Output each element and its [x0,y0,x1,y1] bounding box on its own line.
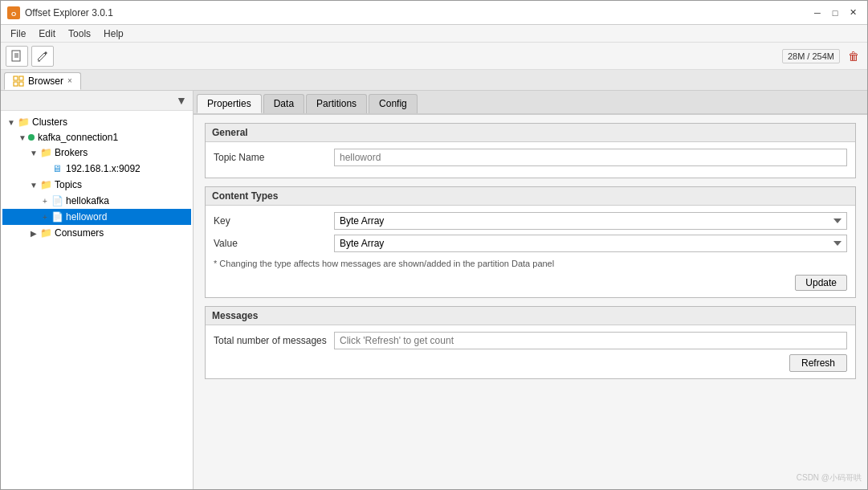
content-types-body: Key Byte Array String JSON Avro Value By… [206,206,855,297]
svg-text:O: O [11,10,16,18]
menu-help[interactable]: Help [97,27,130,41]
toolbar-left [6,46,54,67]
menu-bar: File Edit Tools Help [1,25,867,43]
tree-item-helloword[interactable]: + 📄 helloword [2,209,191,225]
consumers-expander[interactable]: ▶ [28,229,39,238]
brokers-folder-icon: 📁 [39,146,52,159]
messages-section-body: Total number of messages Refresh [206,325,855,378]
browser-tab[interactable]: Browser × [4,72,81,90]
minimize-button[interactable]: ─ [809,5,825,21]
topic-name-input[interactable] [334,149,847,166]
svg-rect-8 [19,76,23,80]
tab-data[interactable]: Data [263,94,304,113]
svg-rect-9 [14,82,18,86]
maximize-button[interactable]: □ [827,5,843,21]
broker-address-label: 192.168.1.x:9092 [66,163,141,174]
general-section-title: General [206,124,855,142]
tree-item-clusters[interactable]: ▼ 📁 Clusters [2,114,191,130]
edit-button[interactable] [31,46,54,67]
helloword-label: helloword [66,211,107,223]
topics-folder-icon: 📁 [39,178,52,191]
app-title: Offset Explorer 3.0.1 [25,7,113,18]
consumers-folder-icon: 📁 [39,227,52,239]
menu-edit[interactable]: Edit [32,27,62,41]
refresh-button[interactable]: Refresh [789,354,847,372]
trash-icon[interactable]: 🗑 [845,47,862,65]
memory-badge: 28M / 254M [782,49,840,63]
app-icon: O [7,6,20,19]
total-messages-label: Total number of messages [214,335,334,346]
tree-item-consumers[interactable]: ▶ 📁 Consumers [2,225,191,241]
topics-expander[interactable]: ▼ [28,181,39,190]
svg-rect-7 [14,76,18,80]
content-types-title: Content Types [206,187,855,206]
value-select[interactable]: Byte Array String JSON Avro [334,235,847,252]
brokers-label: Brokers [55,147,88,158]
tab-partitions[interactable]: Partitions [306,94,367,113]
topic-name-label: Topic Name [214,152,334,163]
tree: ▼ 📁 Clusters ▼ kafka_connection1 ▼ 📁 Bro… [1,111,193,244]
menu-file[interactable]: File [4,27,32,41]
hellokafka-topic-icon: 📄 [51,194,63,207]
toolbar-right: 28M / 254M 🗑 [782,47,862,65]
helloword-expander[interactable]: + [39,213,51,222]
properties-panel: General Topic Name Content Types Key Byt… [194,115,867,395]
topics-label: Topics [55,179,82,190]
tree-item-hellokafka[interactable]: + 📄 hellokafka [2,193,191,209]
helloword-topic-icon: 📄 [51,210,63,223]
consumers-label: Consumers [55,227,104,239]
messages-section-title: Messages [206,307,855,325]
refresh-row: Refresh [214,354,847,372]
browser-tab-label: Browser [28,76,63,87]
hellokafka-expander[interactable]: + [39,197,51,206]
main-layout: ▼ ▼ 📁 Clusters ▼ kafka_connection1 ▼ 📁 [1,91,867,490]
broker-addr-expander [39,165,51,174]
topic-name-row: Topic Name [214,149,847,166]
update-row: Update [214,275,847,291]
sidebar-toolbar: ▼ [1,91,193,111]
tree-item-broker-address[interactable]: 🖥 192.168.1.x:9092 [2,161,191,177]
value-row: Value Byte Array String JSON Avro [214,235,847,252]
sidebar: ▼ ▼ 📁 Clusters ▼ kafka_connection1 ▼ 📁 [1,91,194,490]
title-bar-left: O Offset Explorer 3.0.1 [7,6,113,19]
content-types-note: * Changing the type affects how messages… [214,257,847,272]
tab-properties[interactable]: Properties [197,94,262,113]
window-controls: ─ □ ✕ [809,5,861,21]
total-messages-input[interactable] [334,332,847,349]
browser-tab-icon [13,76,24,87]
brokers-expander[interactable]: ▼ [28,149,39,157]
new-button[interactable] [6,46,28,67]
connection-expander[interactable]: ▼ [17,133,28,142]
clusters-expander[interactable]: ▼ [6,118,17,127]
messages-section: Messages Total number of messages Refres… [205,306,856,379]
tab-config[interactable]: Config [369,94,418,113]
content-tabs: Properties Data Partitions Config [194,91,867,115]
tree-item-brokers[interactable]: ▼ 📁 Brokers [2,145,191,161]
close-button[interactable]: ✕ [845,5,861,21]
menu-tools[interactable]: Tools [62,27,97,41]
general-section-body: Topic Name [206,142,855,178]
svg-rect-10 [19,82,23,86]
connection-status-dot [28,134,35,141]
content-area: Properties Data Partitions Config Genera… [194,91,867,490]
key-label: Key [214,215,334,227]
clusters-folder-icon: 📁 [17,116,30,129]
tree-item-topics[interactable]: ▼ 📁 Topics [2,177,191,193]
general-section: General Topic Name [205,123,856,178]
tree-item-connection[interactable]: ▼ kafka_connection1 [2,130,191,145]
total-messages-row: Total number of messages [214,332,847,349]
connection-label: kafka_connection1 [38,132,118,143]
sidebar-collapse-btn[interactable]: ▼ [173,92,189,108]
title-bar: O Offset Explorer 3.0.1 ─ □ ✕ [1,1,867,25]
update-button[interactable]: Update [795,275,847,291]
clusters-label: Clusters [32,116,67,128]
browser-tab-close[interactable]: × [67,77,72,85]
content-types-section: Content Types Key Byte Array String JSON… [205,186,856,298]
key-select[interactable]: Byte Array String JSON Avro [334,212,847,230]
value-label: Value [214,238,334,249]
hellokafka-label: hellokafka [66,195,109,206]
key-row: Key Byte Array String JSON Avro [214,212,847,230]
main-tab-bar: Browser × [1,70,867,91]
broker-icon: 🖥 [51,162,63,175]
toolbar: 28M / 254M 🗑 [1,43,867,70]
